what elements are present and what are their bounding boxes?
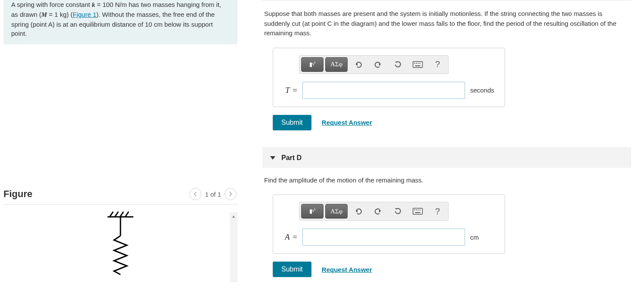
partc-unit: seconds	[470, 86, 496, 94]
spring-diagram	[101, 209, 140, 276]
figure-link[interactable]: Figure 1	[73, 11, 96, 18]
partd-request-answer-link[interactable]: Request Answer	[322, 266, 372, 273]
reset-button[interactable]	[389, 204, 407, 219]
partd-variable: A =	[282, 232, 297, 242]
svg-rect-14	[416, 210, 417, 210]
svg-rect-8	[416, 63, 417, 64]
svg-line-4	[125, 212, 129, 217]
partc-answer-panel: ▮√▫ ΑΣφ ? T =	[273, 48, 505, 107]
partc-question: Suppose that both masses are present and…	[262, 9, 631, 38]
figure-scrollbar[interactable]: ▲	[230, 213, 237, 282]
reset-button[interactable]	[389, 57, 407, 72]
var-m: M	[41, 11, 47, 18]
templates-icon: ▮√▫	[309, 61, 315, 68]
figure-panel: Figure 1 of 1	[3, 186, 237, 282]
greek-label: ΑΣφ	[330, 208, 342, 215]
scroll-up-icon[interactable]: ▲	[230, 213, 237, 219]
figure-title: Figure	[3, 188, 32, 200]
svg-rect-16	[419, 210, 420, 210]
partc-answer-input[interactable]	[302, 82, 465, 99]
redo-button[interactable]	[369, 204, 387, 219]
problem-statement: A spring with force constant k = 100 N/m…	[3, 0, 237, 44]
partc-submit-button[interactable]: Submit	[273, 115, 311, 130]
partc-toolbar: ▮√▫ ΑΣφ ?	[299, 55, 449, 74]
svg-rect-10	[419, 63, 420, 64]
figure-viewport: ▲	[3, 209, 237, 282]
svg-rect-15	[418, 210, 419, 210]
help-button[interactable]: ?	[428, 57, 447, 72]
templates-icon: ▮√▫	[309, 208, 315, 215]
partd-answer-input[interactable]	[302, 228, 465, 246]
partd-block: Part D Find the amplitude of the motion …	[262, 148, 631, 278]
keyboard-button[interactable]	[409, 204, 427, 219]
svg-rect-13	[414, 210, 415, 210]
greek-button[interactable]: ΑΣφ	[325, 204, 348, 219]
figure-counter: 1 of 1	[205, 191, 221, 198]
help-button[interactable]: ?	[428, 204, 447, 219]
partc-variable: T =	[282, 86, 297, 95]
svg-rect-6	[413, 62, 422, 68]
svg-rect-11	[415, 65, 420, 66]
partd-header[interactable]: Part D	[262, 148, 631, 168]
partd-title: Part D	[281, 154, 302, 162]
partd-submit-button[interactable]: Submit	[273, 262, 311, 277]
undo-button[interactable]	[349, 57, 367, 72]
redo-button[interactable]	[369, 57, 387, 72]
svg-line-3	[120, 212, 123, 217]
figure-next-button[interactable]	[225, 188, 237, 200]
svg-line-1	[110, 212, 113, 217]
partc-request-answer-link[interactable]: Request Answer	[322, 119, 372, 126]
svg-rect-17	[415, 212, 420, 213]
keyboard-button[interactable]	[409, 57, 427, 72]
greek-label: ΑΣφ	[330, 61, 342, 68]
svg-line-2	[115, 212, 118, 217]
partd-unit: cm	[470, 234, 496, 241]
partd-toolbar: ▮√▫ ΑΣφ	[299, 202, 449, 221]
greek-button[interactable]: ΑΣφ	[325, 57, 348, 72]
svg-rect-9	[418, 63, 419, 64]
undo-button[interactable]	[349, 204, 367, 219]
m-value: = 1 kg) (	[47, 11, 73, 18]
problem-text: A spring with force constant	[11, 1, 92, 8]
templates-button[interactable]: ▮√▫	[301, 57, 324, 72]
svg-rect-7	[414, 63, 415, 64]
figure-prev-button[interactable]	[189, 188, 201, 200]
collapse-icon	[270, 156, 275, 160]
var-k: k	[92, 1, 96, 8]
partd-question: Find the amplitude of the motion of the …	[262, 176, 631, 185]
svg-rect-12	[413, 208, 422, 214]
partd-answer-panel: ▮√▫ ΑΣφ	[273, 194, 505, 254]
templates-button[interactable]: ▮√▫	[301, 204, 324, 219]
